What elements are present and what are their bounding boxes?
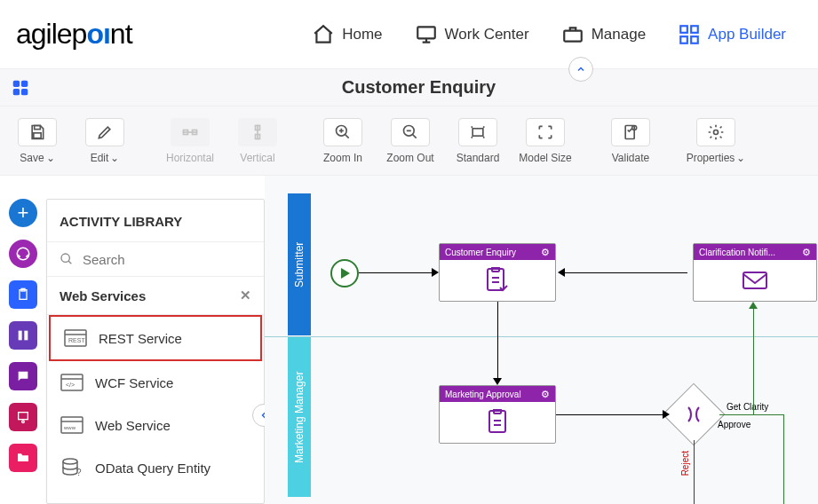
svg-point-22 <box>17 248 29 260</box>
chevron-down-icon: ⌄ <box>736 152 745 164</box>
close-icon[interactable]: ✕ <box>240 287 251 303</box>
collapse-header-button[interactable] <box>568 57 593 82</box>
mail-icon <box>740 267 770 294</box>
sidebar-search[interactable] <box>47 242 264 277</box>
title-bar: Customer Enquiry <box>0 69 818 106</box>
folder-icon <box>16 451 30 465</box>
validate-button[interactable]: Validate <box>600 112 661 169</box>
rail-columns[interactable] <box>9 321 37 350</box>
toolbar: Save⌄ Edit⌄ Horizontal Vertical Zoom In … <box>0 106 818 176</box>
svg-text:www: www <box>63 425 76 430</box>
svg-rect-27 <box>19 413 28 420</box>
swimlane-divider <box>265 336 818 337</box>
sidebar-item-rest-service[interactable]: REST REST Service <box>49 315 262 361</box>
process-canvas[interactable]: Submitter Marketing Manager Customer Enq… <box>265 176 818 504</box>
nav-app-builder[interactable]: App Builder <box>678 23 786 46</box>
arrow-icon <box>663 410 670 419</box>
edge-label-get-clarity: Get Clarity <box>727 402 768 412</box>
svg-text:REST: REST <box>68 337 85 343</box>
sidebar-item-odata[interactable]: ? OData Query Entity <box>47 446 264 489</box>
chevron-down-icon: ⌄ <box>110 152 119 164</box>
svg-rect-10 <box>35 125 41 129</box>
wcf-icon: </> <box>60 373 84 392</box>
app-grid-icon[interactable] <box>11 78 30 98</box>
activity-customer-enquiry[interactable]: Customer Enquiry ⚙ <box>439 243 556 302</box>
swimlane-marketing[interactable]: Marketing Manager <box>288 337 311 497</box>
www-icon: www <box>60 415 84 435</box>
edit-button[interactable]: Edit⌄ <box>75 112 135 169</box>
chevron-down-icon: ⌄ <box>46 152 55 164</box>
zoom-out-icon <box>401 123 419 141</box>
rail-presentation[interactable] <box>9 403 37 431</box>
svg-rect-26 <box>24 331 28 341</box>
connector-approve <box>719 414 783 415</box>
rail-activity-library[interactable] <box>9 240 37 268</box>
sidebar-section-label: Web Services <box>60 288 146 303</box>
svg-point-29 <box>61 254 69 262</box>
save-icon <box>28 123 46 141</box>
brand-logo: agilepoınt <box>16 18 132 51</box>
rail-chat[interactable] <box>9 362 37 390</box>
edge-label-reject: Reject <box>680 451 690 476</box>
form-icon <box>482 409 512 436</box>
activity-clarification[interactable]: Clarification Notifi... ⚙ <box>693 243 817 302</box>
svg-text:?: ? <box>76 468 82 477</box>
chat-icon <box>16 369 30 383</box>
svg-text:</>: </> <box>66 382 75 388</box>
headset-icon <box>15 246 31 262</box>
nav-work-center-label: Work Center <box>445 26 529 43</box>
properties-button[interactable]: Properties⌄ <box>686 112 746 169</box>
svg-rect-8 <box>13 88 20 94</box>
rail-folder[interactable] <box>9 444 37 472</box>
parallel-icon <box>683 404 704 425</box>
zoom-out-button[interactable]: Zoom Out <box>380 112 441 169</box>
home-icon <box>312 23 335 46</box>
svg-point-28 <box>22 421 25 423</box>
nav-work-center[interactable]: Work Center <box>415 23 529 46</box>
svg-rect-5 <box>691 36 698 43</box>
search-input[interactable] <box>83 252 251 267</box>
svg-rect-1 <box>564 30 582 41</box>
gateway-decision[interactable] <box>663 383 726 446</box>
model-size-button[interactable]: Model Size <box>515 112 576 169</box>
horizontal-button: Horizontal <box>160 112 220 169</box>
align-horizontal-icon <box>181 123 199 141</box>
save-button[interactable]: Save⌄ <box>7 112 68 169</box>
activity-library-panel: ACTIVITY LIBRARY Web Services ✕ REST RES… <box>46 199 265 504</box>
standard-button[interactable]: Standard <box>448 112 508 169</box>
sidebar-section-web-services[interactable]: Web Services ✕ <box>47 277 264 315</box>
gear-icon <box>707 123 725 141</box>
connector <box>359 272 432 273</box>
svg-rect-18 <box>473 128 483 135</box>
connector <box>556 414 663 415</box>
nav-home[interactable]: Home <box>312 23 382 46</box>
svg-rect-11 <box>34 132 41 138</box>
sidebar-item-wcf-service[interactable]: </> WCF Service <box>47 361 264 404</box>
align-vertical-icon <box>249 123 266 141</box>
add-button[interactable]: + <box>9 199 37 227</box>
top-navigation: agilepoınt Home Work Center Manage App B… <box>0 0 818 69</box>
svg-rect-2 <box>680 26 687 33</box>
start-event[interactable] <box>330 259 359 287</box>
sidebar-item-label: WCF Service <box>95 375 173 390</box>
gear-icon[interactable]: ⚙ <box>802 247 811 258</box>
svg-rect-4 <box>680 36 687 43</box>
nav-home-label: Home <box>342 26 382 43</box>
rail-clipboard[interactable] <box>9 280 37 309</box>
gear-icon[interactable]: ⚙ <box>541 389 550 400</box>
gear-icon[interactable]: ⚙ <box>541 247 550 258</box>
svg-point-36 <box>63 459 77 464</box>
activity-title: Clarification Notifi... <box>699 248 775 257</box>
activity-title: Customer Enquiry <box>445 248 516 257</box>
zoom-in-button[interactable]: Zoom In <box>313 112 373 169</box>
nav-app-builder-label: App Builder <box>708 26 786 43</box>
svg-point-21 <box>714 130 719 134</box>
activity-marketing-approval[interactable]: Marketing Approval ⚙ <box>439 385 556 444</box>
svg-rect-40 <box>743 272 766 288</box>
activity-title: Marketing Approval <box>445 390 521 399</box>
swimlane-submitter[interactable]: Submitter <box>288 193 311 335</box>
form-icon <box>482 267 512 294</box>
nav-manage[interactable]: Manage <box>561 23 646 46</box>
sidebar-item-web-service[interactable]: www Web Service <box>47 404 264 446</box>
svg-rect-6 <box>13 80 20 86</box>
